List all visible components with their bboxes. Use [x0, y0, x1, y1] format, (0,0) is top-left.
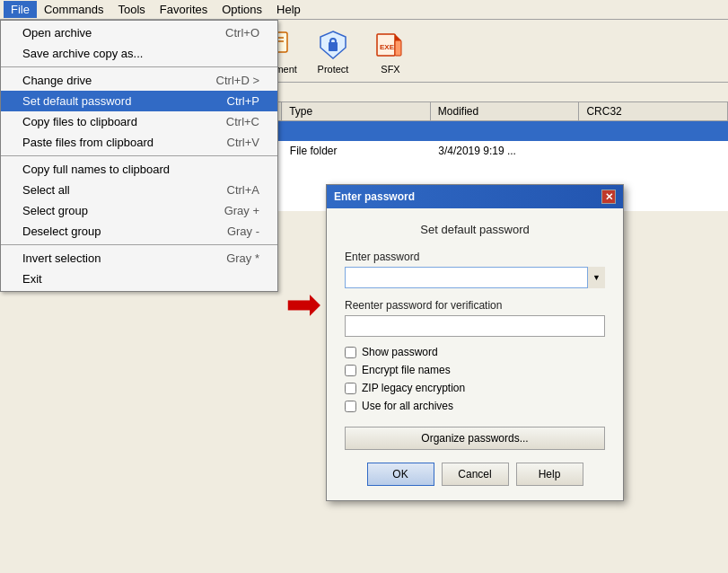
show-password-label: Show password	[362, 346, 438, 358]
password-dropdown-button[interactable]: ▼	[587, 267, 605, 288]
dropdown-item-label: Open archive	[22, 26, 92, 40]
dropdown-separator	[1, 155, 277, 156]
encrypt-names-checkbox[interactable]	[345, 365, 356, 376]
dialog-body: Set default password Enter password ▼ Re…	[327, 208, 623, 500]
use-all-archives-checkbox[interactable]	[345, 401, 356, 412]
dropdown-item[interactable]: Save archive copy as...	[1, 43, 277, 64]
file-type-cell: File folder	[283, 143, 431, 159]
dropdown-item-shortcut: Ctrl+P	[227, 94, 259, 108]
use-all-archives-label: Use for all archives	[362, 400, 453, 412]
ok-button[interactable]: OK	[367, 463, 434, 486]
dropdown-item[interactable]: Deselect groupGray -	[1, 221, 277, 242]
dropdown-item-shortcut: Ctrl+V	[227, 136, 259, 149]
dropdown-separator	[1, 244, 277, 245]
dropdown-item-shortcut: Ctrl+C	[226, 115, 259, 128]
file-modified-cell: 3/4/2019 9:19 ...	[431, 143, 579, 159]
dropdown-item[interactable]: Set default passwordCtrl+P	[1, 91, 277, 111]
dropdown-item-label: Change drive	[22, 74, 92, 87]
svg-rect-21	[395, 40, 401, 56]
toolbar-sfx-button[interactable]: EXE SFX	[364, 23, 417, 79]
dropdown-item-label: Select all	[22, 183, 70, 197]
dropdown-item-shortcut: Gray +	[224, 204, 259, 217]
column-crc32: CRC32	[579, 102, 728, 120]
file-dropdown-menu: Open archiveCtrl+OSave archive copy as..…	[0, 20, 278, 292]
dropdown-item[interactable]: Copy full names to clipboard	[1, 159, 277, 180]
reenter-password-label: Reenter password for verification	[345, 299, 605, 312]
dialog-title: Enter password	[334, 190, 415, 203]
dropdown-item-label: Set default password	[22, 94, 131, 108]
dropdown-item[interactable]: Select allCtrl+A	[1, 180, 277, 200]
dropdown-item[interactable]: Exit	[1, 269, 277, 289]
dropdown-item-shortcut: Ctrl+O	[225, 26, 259, 40]
file-crc-cell	[580, 129, 728, 133]
menu-help[interactable]: Help	[269, 1, 308, 18]
zip-legacy-row: ZIP legacy encryption	[345, 382, 605, 394]
cancel-button[interactable]: Cancel	[442, 463, 509, 486]
column-type: Type	[282, 102, 431, 120]
dropdown-item[interactable]: Copy files to clipboardCtrl+C	[1, 111, 277, 132]
dropdown-item[interactable]: Open archiveCtrl+O	[1, 22, 277, 43]
enter-password-wrapper: ▼	[345, 267, 605, 288]
dropdown-item-label: Copy files to clipboard	[22, 115, 137, 128]
app-window: File Commands Tools Favorites Options He…	[0, 0, 728, 573]
dialog-action-buttons: OK Cancel Help	[345, 463, 605, 486]
dropdown-item-label: Save archive copy as...	[22, 47, 143, 60]
dropdown-item[interactable]: Change driveCtrl+D >	[1, 70, 277, 91]
column-modified: Modified	[431, 102, 580, 120]
dropdown-item[interactable]: Select groupGray +	[1, 200, 277, 221]
dropdown-item[interactable]: Paste files from clipboardCtrl+V	[1, 132, 277, 153]
dropdown-item-shortcut: Ctrl+A	[227, 183, 259, 197]
file-modified-cell	[431, 129, 579, 133]
organize-passwords-button[interactable]: Organize passwords...	[345, 427, 605, 450]
protect-icon	[315, 28, 351, 62]
help-button[interactable]: Help	[516, 463, 583, 486]
file-crc-cell	[580, 149, 728, 153]
menu-commands[interactable]: Commands	[37, 1, 110, 18]
dropdown-item-label: Select group	[22, 204, 88, 217]
menu-favorites[interactable]: Favorites	[153, 1, 215, 18]
file-type-cell	[283, 129, 431, 133]
sfx-icon: EXE	[373, 28, 408, 62]
svg-text:EXE: EXE	[380, 43, 395, 51]
enter-password-input[interactable]	[345, 267, 605, 288]
dropdown-item-label: Deselect group	[22, 225, 101, 238]
dialog-titlebar: Enter password ✕	[327, 185, 623, 208]
dropdown-item-shortcut: Gray -	[227, 225, 259, 238]
toolbar-protect-button[interactable]: Protect	[306, 23, 360, 79]
dropdown-separator	[1, 66, 277, 67]
toolbar-sfx-label: SFX	[381, 64, 399, 75]
arrow-indicator: ➡	[285, 278, 321, 329]
dropdown-item-label: Copy full names to clipboard	[22, 163, 170, 176]
dropdown-item[interactable]: Invert selectionGray *	[1, 248, 277, 269]
dialog-close-button[interactable]: ✕	[601, 190, 616, 204]
menu-file[interactable]: File	[4, 1, 37, 18]
menu-options[interactable]: Options	[215, 1, 269, 18]
dropdown-item-label: Invert selection	[22, 251, 101, 265]
show-password-checkbox[interactable]	[345, 347, 356, 358]
menu-tools[interactable]: Tools	[110, 1, 152, 18]
show-password-row: Show password	[345, 346, 605, 358]
reenter-password-input[interactable]	[345, 315, 605, 337]
dialog-subtitle: Set default password	[345, 223, 605, 236]
use-all-archives-row: Use for all archives	[345, 400, 605, 412]
encrypt-names-label: Encrypt file names	[362, 364, 451, 376]
password-dialog: Enter password ✕ Set default password En…	[326, 184, 624, 501]
encrypt-names-row: Encrypt file names	[345, 364, 605, 376]
menu-bar: File Commands Tools Favorites Options He…	[0, 0, 728, 20]
zip-legacy-label: ZIP legacy encryption	[362, 382, 465, 394]
dropdown-item-label: Paste files from clipboard	[22, 136, 153, 149]
dropdown-item-label: Exit	[22, 272, 42, 286]
enter-password-label: Enter password	[345, 251, 605, 263]
svg-marker-20	[395, 34, 401, 40]
toolbar-protect-label: Protect	[318, 64, 349, 75]
dropdown-item-shortcut: Ctrl+D >	[216, 74, 259, 87]
zip-legacy-checkbox[interactable]	[345, 383, 356, 394]
dropdown-item-shortcut: Gray *	[226, 251, 259, 265]
